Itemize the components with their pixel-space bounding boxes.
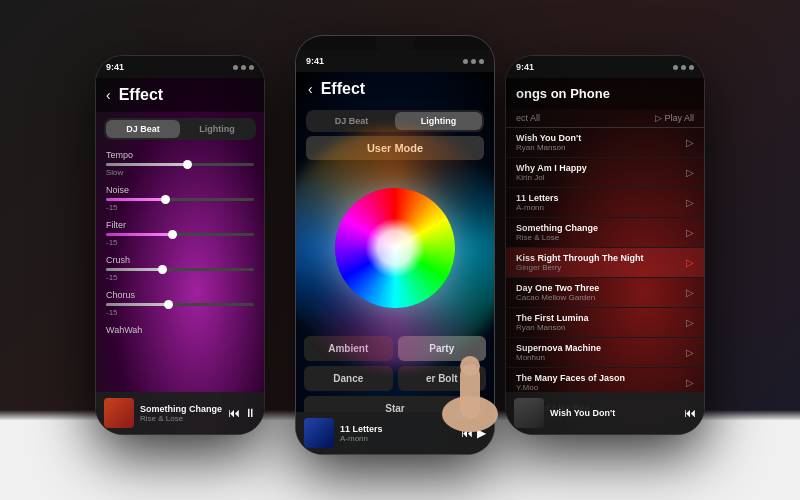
tab-dj-beat-center[interactable]: DJ Beat: [308, 112, 395, 130]
play-icon-7: ▷: [686, 347, 694, 358]
wahwah-label: WahWah: [106, 325, 254, 335]
right-np-controls[interactable]: ⏮: [684, 406, 696, 420]
play-pause-icon[interactable]: ⏸: [244, 406, 256, 420]
song-list-header: ect All ▷ Play All: [506, 109, 704, 128]
right-np-thumbnail: [514, 398, 544, 428]
play-icon-3: ▷: [686, 227, 694, 238]
play-icon-0: ▷: [686, 137, 694, 148]
right-phone: 9:41 ongs on Phone ect All ▷ Play All Wi…: [505, 55, 705, 435]
tab-lighting-left[interactable]: Lighting: [180, 120, 254, 138]
right-np-info: Wish You Don't: [550, 408, 678, 418]
left-status-bar: 9:41: [96, 56, 264, 78]
noise-label: Noise: [106, 185, 254, 195]
scene: 9:41 ‹ Effect DJ Beat Lighting Tempo: [0, 0, 800, 500]
select-all-label[interactable]: ect All: [516, 113, 540, 123]
filter-label: Filter: [106, 220, 254, 230]
play-icon-5: ▷: [686, 287, 694, 298]
right-status-bar: 9:41: [506, 56, 704, 78]
left-np-controls[interactable]: ⏮ ⏸: [228, 406, 256, 420]
noise-slider-section: Noise -15: [96, 181, 264, 216]
song-item-6[interactable]: The First LuminaRyan Manson ▷: [506, 308, 704, 338]
back-icon[interactable]: ‹: [106, 87, 111, 103]
left-phone: 9:41 ‹ Effect DJ Beat Lighting Tempo: [95, 55, 265, 435]
prev-icon[interactable]: ⏮: [228, 406, 240, 420]
filter-track[interactable]: [106, 233, 254, 236]
crush-thumb[interactable]: [158, 265, 167, 274]
tab-lighting-center[interactable]: Lighting: [395, 112, 482, 130]
crush-slider-section: Crush -15: [96, 251, 264, 286]
camera-notch: [375, 36, 415, 50]
right-header: ongs on Phone: [506, 78, 704, 109]
left-np-artist: Rise & Lose: [140, 414, 222, 423]
left-header-title: Effect: [119, 86, 163, 104]
color-wheel[interactable]: [335, 188, 455, 308]
wahwah-slider-section: WahWah: [96, 321, 264, 342]
crush-track[interactable]: [106, 268, 254, 271]
noise-fill: [106, 198, 165, 201]
chorus-value: -15: [106, 308, 254, 317]
song-item-1[interactable]: Why Am I HappyKirin Jol ▷: [506, 158, 704, 188]
center-prev-icon[interactable]: ⏮: [461, 426, 473, 440]
filter-slider-section: Filter -15: [96, 216, 264, 251]
song-list: Wish You Don'tRyan Manson ▷ Why Am I Hap…: [506, 128, 704, 435]
center-np-info: 11 Letters A-monn: [340, 424, 455, 443]
song-item-2[interactable]: 11 LettersA-monn ▷: [506, 188, 704, 218]
filter-fill: [106, 233, 173, 236]
center-play-icon[interactable]: ▶: [477, 426, 486, 440]
tempo-label: Tempo: [106, 150, 254, 160]
right-screen: ongs on Phone ect All ▷ Play All Wish Yo…: [506, 78, 704, 434]
play-icon-8: ▷: [686, 377, 694, 388]
center-header: ‹ Effect: [296, 72, 494, 106]
song-item-7[interactable]: Supernova MachineMonhun ▷: [506, 338, 704, 368]
play-icon-6: ▷: [686, 317, 694, 328]
noise-value: -15: [106, 203, 254, 212]
center-np-thumbnail: [304, 418, 334, 448]
play-all-label[interactable]: ▷ Play All: [655, 113, 694, 123]
crush-fill: [106, 268, 162, 271]
chorus-label: Chorus: [106, 290, 254, 300]
tempo-fill: [106, 163, 187, 166]
right-play-icon[interactable]: ⏮: [684, 406, 696, 420]
left-tabs: DJ Beat Lighting: [104, 118, 256, 140]
chorus-track[interactable]: [106, 303, 254, 306]
thunder-bolt-button[interactable]: er Bolt: [398, 366, 487, 391]
noise-thumb[interactable]: [161, 195, 170, 204]
play-icon-1: ▷: [686, 167, 694, 178]
left-np-thumbnail: [104, 398, 134, 428]
center-phone: 9:41 ‹ Effect DJ Beat Lighting User Mode…: [295, 35, 495, 455]
center-np-controls[interactable]: ⏮ ▶: [461, 426, 486, 440]
noise-track[interactable]: [106, 198, 254, 201]
tab-dj-beat-left[interactable]: DJ Beat: [106, 120, 180, 138]
left-now-playing: Something Change Rise & Lose ⏮ ⏸: [96, 392, 264, 434]
left-np-title: Something Change: [140, 404, 222, 414]
center-now-playing: 11 Letters A-monn ⏮ ▶: [296, 412, 494, 454]
song-item-3[interactable]: Something ChangeRise & Lose ▷: [506, 218, 704, 248]
right-now-playing: Wish You Don't ⏮: [506, 392, 704, 434]
left-np-info: Something Change Rise & Lose: [140, 404, 222, 423]
chorus-slider-section: Chorus -15: [96, 286, 264, 321]
song-item-4[interactable]: Kiss Right Through The NightGinger Berry…: [506, 248, 704, 278]
song-item-5[interactable]: Day One Two ThreeCacao Mellow Garden ▷: [506, 278, 704, 308]
dance-button[interactable]: Dance: [304, 366, 393, 391]
filter-value: -15: [106, 238, 254, 247]
crush-value: -15: [106, 273, 254, 282]
tempo-track[interactable]: [106, 163, 254, 166]
tempo-slider-section: Tempo Slow: [96, 146, 264, 181]
left-header: ‹ Effect: [96, 78, 264, 112]
center-np-artist: A-monn: [340, 434, 455, 443]
play-icon-4: ▷: [686, 257, 694, 268]
chorus-thumb[interactable]: [164, 300, 173, 309]
left-screen: ‹ Effect DJ Beat Lighting Tempo Slow Noi…: [96, 78, 264, 434]
center-np-title: 11 Letters: [340, 424, 455, 434]
tempo-value: Slow: [106, 168, 254, 177]
crush-label: Crush: [106, 255, 254, 265]
center-status-bar: 9:41: [296, 50, 494, 72]
center-header-title: Effect: [321, 80, 365, 98]
tempo-thumb[interactable]: [183, 160, 192, 169]
song-item-0[interactable]: Wish You Don'tRyan Manson ▷: [506, 128, 704, 158]
right-header-title: ongs on Phone: [516, 86, 694, 101]
right-np-title: Wish You Don't: [550, 408, 678, 418]
color-wheel-container: [315, 168, 475, 328]
chorus-fill: [106, 303, 168, 306]
center-back-icon[interactable]: ‹: [308, 81, 313, 97]
